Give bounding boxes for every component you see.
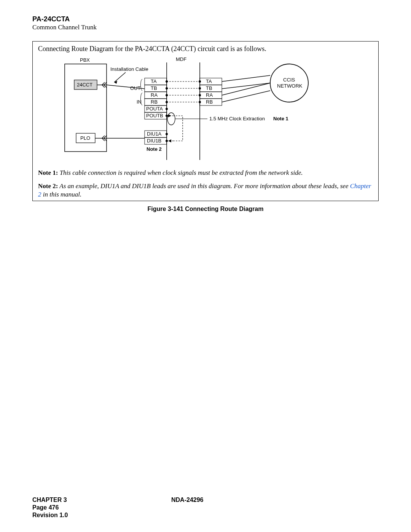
- figure-intro: Connecting Route Diagram for the PA-24CC…: [38, 45, 373, 53]
- svg-text:RA: RA: [206, 92, 213, 98]
- note2-label: Note 2: [147, 146, 162, 152]
- mdf-label: MDF: [176, 56, 186, 62]
- svg-text:DIU1A: DIU1A: [147, 131, 162, 137]
- svg-point-47: [166, 108, 168, 110]
- svg-line-59: [222, 91, 270, 102]
- svg-line-56: [222, 75, 270, 81]
- diagram: PBX 24CCT PLO Installation Cable MDF: [38, 56, 373, 163]
- ccis-label2: NETWORK: [277, 83, 303, 89]
- svg-point-40: [199, 80, 201, 83]
- svg-point-41: [166, 87, 168, 89]
- svg-point-44: [199, 94, 201, 96]
- svg-point-49: [166, 133, 168, 135]
- svg-line-58: [222, 83, 270, 95]
- left-leads: TA TB RA RB POUTA POUTB DIU1A DIU1B: [145, 78, 167, 144]
- svg-text:TA: TA: [151, 78, 157, 84]
- svg-text:DIU1B: DIU1B: [147, 138, 161, 144]
- svg-text:POUTA: POUTA: [146, 106, 163, 112]
- svg-point-45: [166, 101, 168, 103]
- clock-note: 1.5 MHz Clock Extraction: [209, 116, 265, 121]
- pbx-label: PBX: [80, 57, 90, 63]
- svg-text:RB: RB: [206, 99, 213, 105]
- footer-chapter: CHAPTER 3: [32, 497, 67, 503]
- svg-line-57: [222, 83, 270, 89]
- svg-point-42: [199, 87, 201, 89]
- svg-point-43: [166, 94, 168, 96]
- figure-caption: Figure 3-141 Connecting Route Diagram: [32, 206, 379, 212]
- svg-point-55: [167, 113, 175, 125]
- svg-line-5: [114, 72, 126, 82]
- header-subtitle: Common Channel Trunk: [32, 24, 97, 31]
- right-leads: TA TB RA RB: [200, 78, 222, 105]
- svg-text:POUTB: POUTB: [146, 113, 163, 118]
- install-cable-label: Installation Cable: [110, 66, 148, 72]
- note-2: Note 2: As an example, DIU1A and DIU1B l…: [38, 182, 373, 199]
- svg-point-46: [199, 101, 201, 103]
- svg-marker-54: [168, 139, 171, 142]
- footer-revision: Revision 1.0: [32, 512, 68, 519]
- svg-text:TB: TB: [206, 85, 212, 91]
- page: PA-24CCTA Common Channel Trunk Connectin…: [0, 0, 411, 532]
- svg-text:TB: TB: [151, 85, 157, 91]
- box-plo: PLO: [80, 135, 90, 141]
- ccis-label1: CCIS: [283, 77, 295, 83]
- box-24cct: 24CCT: [77, 82, 92, 88]
- note-1: Note 1: This cable connection is require…: [38, 169, 373, 177]
- clock-note-bold: Note 1: [273, 116, 288, 121]
- svg-text:RB: RB: [151, 99, 158, 105]
- header-code: PA-24CCTA: [32, 15, 70, 23]
- svg-text:RA: RA: [151, 92, 158, 98]
- svg-point-39: [166, 80, 168, 83]
- footer-doc: NDA-24296: [171, 497, 203, 503]
- svg-text:TA: TA: [206, 78, 212, 84]
- footer-page: Page 476: [32, 504, 59, 511]
